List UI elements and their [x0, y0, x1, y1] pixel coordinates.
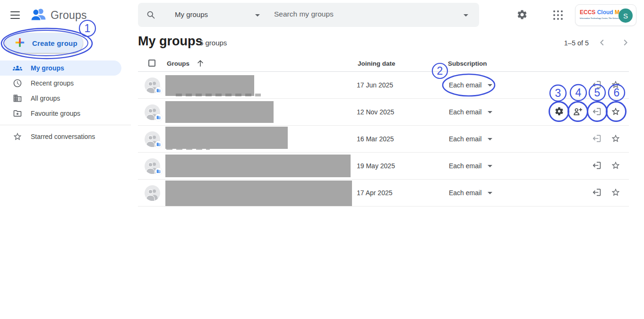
groups-table: 17 Jun 2025 Each email 12 Nov 2025 Each … — [138, 72, 629, 207]
subscription-dropdown[interactable]: Each email — [449, 162, 481, 170]
joining-date: 16 Mar 2025 — [357, 135, 394, 143]
sidebar-item-favourite-groups[interactable]: Favourite groups — [0, 106, 121, 121]
star-icon — [611, 80, 620, 91]
leave-group-icon — [592, 107, 601, 118]
scope-caret-icon[interactable] — [255, 14, 260, 17]
brand-subtitle: Information Technology Center, The Unive… — [580, 17, 619, 19]
subscription-dropdown[interactable]: Each email — [449, 135, 481, 143]
search-scope-selector[interactable]: My groups — [175, 10, 208, 18]
leave-group-button[interactable] — [588, 103, 605, 121]
clock-icon — [13, 78, 22, 88]
sidebar-item-recent-groups[interactable]: Recent groups — [0, 76, 121, 91]
organization-badge-icon — [155, 168, 162, 175]
organization-badge-icon — [155, 114, 162, 121]
sidebar-divider — [0, 125, 131, 125]
joining-date: 17 Jun 2025 — [357, 81, 393, 89]
app-title: Groups — [51, 9, 87, 22]
subscription-dropdown[interactable]: Each email — [449, 108, 481, 116]
account-card[interactable]: ECCS Cloud Mail Information Technology C… — [575, 4, 636, 26]
sort-ascending-icon[interactable] — [196, 59, 205, 70]
sidebar-item-my-groups[interactable]: My groups — [0, 60, 121, 76]
redacted-group-name — [165, 101, 274, 123]
apps-grid-icon — [553, 10, 563, 20]
sidebar-item-label: My groups — [31, 64, 64, 72]
table-row[interactable]: 16 Mar 2025 Each email — [138, 126, 629, 153]
leave-group-button[interactable] — [588, 157, 605, 174]
subscription-caret-icon[interactable] — [488, 192, 492, 194]
column-header-groups[interactable]: Groups — [167, 60, 189, 67]
groups-logo[interactable]: Groups — [30, 6, 87, 25]
subscription-caret-icon[interactable] — [488, 138, 492, 140]
subscription-caret-icon[interactable] — [488, 111, 492, 113]
table-row[interactable]: 12 Nov 2025 Each email — [138, 99, 629, 126]
gear-icon — [554, 106, 564, 118]
advanced-search-caret-icon[interactable] — [464, 14, 468, 17]
sidebar-nav: My groups Recent groups All groups Favou… — [0, 60, 131, 121]
hamburger-menu-icon[interactable] — [9, 9, 22, 22]
user-avatar[interactable]: S — [618, 9, 633, 23]
subscription-caret-icon[interactable] — [488, 165, 492, 167]
group-avatar — [145, 158, 160, 174]
star-group-button[interactable] — [607, 130, 624, 147]
star-icon — [611, 107, 620, 118]
sidebar-item-starred-conversations[interactable]: Starred conversations — [0, 129, 121, 144]
joining-date: 19 May 2025 — [357, 162, 395, 170]
redacted-group-name — [165, 75, 254, 96]
settings-button[interactable] — [515, 8, 530, 23]
chevron-left-icon — [597, 37, 608, 49]
redacted-group-name — [165, 155, 351, 177]
star-group-button[interactable] — [607, 77, 624, 94]
leave-group-icon — [592, 80, 601, 91]
column-header-subscription[interactable]: Subscription — [448, 60, 487, 67]
sidebar-item-label: Favourite groups — [31, 110, 80, 117]
group-avatar — [145, 78, 160, 93]
joining-date: 12 Nov 2025 — [357, 108, 394, 116]
brand-word-eccs: ECCS — [580, 9, 595, 16]
folder-star-icon — [13, 109, 22, 118]
redacted-group-name — [165, 181, 352, 206]
leave-group-icon — [592, 134, 601, 145]
prev-page-button[interactable] — [597, 37, 608, 49]
top-bar: Groups My groups Search my groups ECCS C… — [0, 0, 644, 30]
leave-group-button[interactable] — [588, 184, 605, 201]
add-member-button[interactable] — [569, 103, 586, 121]
leave-group-icon — [592, 188, 601, 198]
table-row[interactable]: 19 May 2025 Each email — [138, 153, 629, 180]
leave-group-button[interactable] — [588, 77, 605, 94]
star-icon — [611, 188, 620, 198]
column-header-joining-date[interactable]: Joining date — [358, 60, 395, 67]
leave-group-icon — [592, 161, 601, 172]
group-settings-button[interactable] — [550, 103, 567, 121]
create-group-button[interactable]: Create group — [6, 33, 83, 53]
sidebar-item-all-groups[interactable]: All groups — [0, 91, 121, 106]
search-bar[interactable]: My groups Search my groups — [138, 3, 479, 27]
person-add-icon — [573, 106, 583, 118]
star-group-button[interactable] — [607, 157, 624, 174]
table-row[interactable]: 17 Jun 2025 Each email — [138, 72, 629, 99]
star-icon — [611, 134, 620, 145]
next-page-button[interactable] — [619, 37, 631, 49]
create-group-label: Create group — [32, 39, 77, 47]
group-avatar — [145, 104, 160, 120]
group-avatar — [145, 185, 160, 201]
select-all-checkbox[interactable] — [148, 60, 155, 67]
plus-icon — [15, 37, 25, 49]
table-header: Groups Joining date Subscription — [138, 56, 629, 72]
star-group-button[interactable] — [607, 103, 624, 121]
star-icon — [611, 161, 620, 172]
organization-badge-icon — [155, 87, 162, 94]
subscription-caret-icon[interactable] — [488, 84, 492, 86]
redacted-group-name — [165, 127, 288, 149]
sidebar-item-label: All groups — [31, 95, 60, 102]
subscription-dropdown[interactable]: Each email — [449, 189, 481, 197]
sidebar-item-label: Starred conversations — [31, 133, 95, 140]
apps-grid-button[interactable] — [550, 8, 566, 23]
subscription-dropdown[interactable]: Each email — [449, 81, 481, 89]
sidebar-item-label: Recent groups — [31, 79, 74, 87]
table-row[interactable]: 17 Apr 2025 Each email — [138, 180, 629, 207]
search-input[interactable]: Search my groups — [274, 10, 334, 18]
star-icon — [13, 132, 22, 141]
page-title: My groups — [138, 34, 203, 49]
star-group-button[interactable] — [607, 184, 624, 201]
leave-group-button[interactable] — [588, 130, 605, 147]
